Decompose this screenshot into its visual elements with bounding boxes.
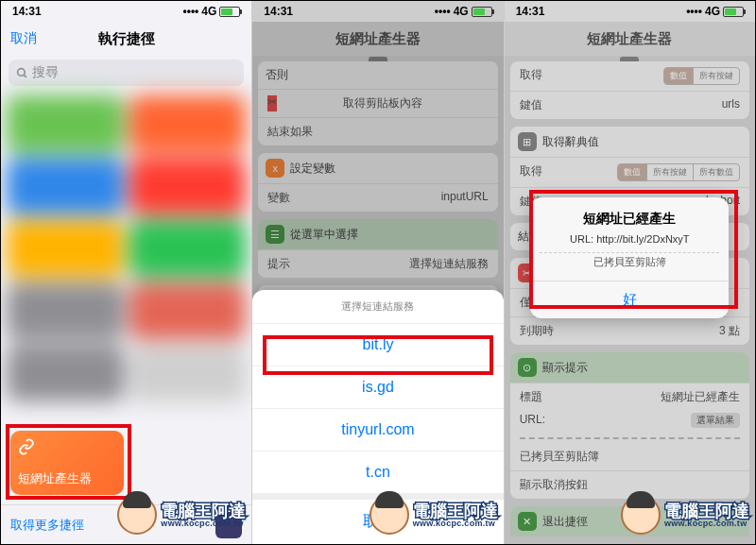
battery-icon: [219, 7, 240, 17]
app-icon[interactable]: [215, 512, 242, 538]
search-input[interactable]: 搜尋: [9, 60, 244, 86]
sheet-header: 選擇短連結服務: [252, 290, 503, 324]
sheet-cancel[interactable]: 取消: [252, 494, 503, 544]
shortcut-grid-blurred: [1, 90, 251, 478]
page-title: 執行捷徑: [98, 30, 155, 48]
option-tcn[interactable]: t.cn: [252, 451, 503, 494]
status-bar: 14:31 ••••4G: [505, 1, 755, 22]
footer: 取得更多捷徑: [1, 504, 251, 544]
svg-point-0: [18, 68, 26, 76]
option-tinyurl[interactable]: tinyurl.com: [252, 409, 503, 451]
highlight-box: [529, 190, 738, 309]
phone-choose-service: 14:31 ••••4G 短網址產生器 否則 ✂取得剪貼板內容 結束如果 x設定…: [252, 1, 504, 544]
highlight-box: [263, 335, 492, 375]
cancel-button[interactable]: 取消: [10, 30, 37, 47]
search-icon: [16, 67, 28, 79]
get-more-link[interactable]: 取得更多捷徑: [10, 517, 84, 534]
status-bar: 14:31 ••••4G: [252, 1, 503, 22]
highlight-box: [6, 424, 131, 500]
status-bar: 14:31 ••••4G: [1, 1, 251, 22]
phone-result-alert: 14:31 ••••4G 短網址產生器 取得 數值所有按鍵 鍵值urls ⊞取得…: [505, 1, 755, 544]
status-time: 14:31: [12, 5, 42, 18]
action-sheet: 選擇短連結服務 bit.ly is.gd tinyurl.com t.cn 取消: [252, 290, 503, 544]
navbar: 取消 執行捷徑: [1, 22, 251, 56]
phone-run-shortcut: 14:31 ••••4G 取消 執行捷徑 搜尋 短網址產生器 取得更多捷徑 電腦…: [1, 1, 252, 544]
status-right: ••••4G: [183, 5, 241, 18]
svg-line-1: [24, 75, 26, 77]
